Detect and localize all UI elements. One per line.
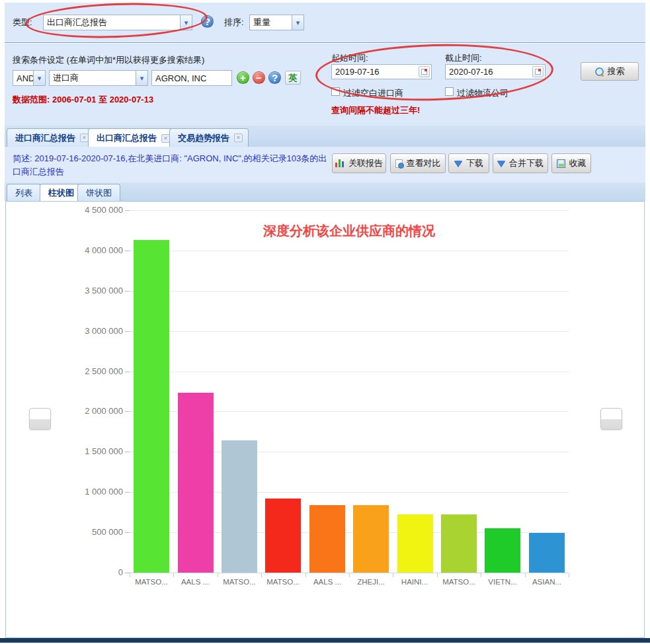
bar[interactable] (529, 533, 565, 573)
x-axis-label: ZHEJI... (349, 578, 393, 586)
y-axis-label: 2 500 000 (63, 366, 123, 376)
x-axis-label: AALS ... (305, 578, 349, 586)
scroll-right-button[interactable] (600, 408, 622, 430)
y-axis-label: 500 000 (63, 527, 123, 537)
x-axis-label: ASIAN... (525, 578, 569, 586)
x-axis-label: HAINI... (393, 578, 436, 586)
y-axis-tick (125, 532, 130, 533)
x-axis-label: VIETN... (481, 578, 524, 586)
app-window: 类型: 出口商汇总报告 ▾ ? 排序: 重量 ▾ 搜索条件设定 (在单词中加*用… (0, 0, 650, 644)
x-axis-tick (218, 573, 218, 577)
x-axis-tick (481, 573, 481, 577)
y-axis-tick (125, 372, 130, 372)
y-axis-tick (125, 251, 130, 251)
y-axis-label: 1 500 000 (63, 446, 123, 456)
y-axis-tick (125, 492, 130, 493)
gridline (130, 372, 569, 372)
x-axis-tick (261, 573, 262, 577)
bar[interactable] (309, 505, 345, 573)
x-axis-label: MATSO... (261, 578, 305, 586)
y-axis-tick (125, 331, 130, 332)
y-axis-label: 3 500 000 (63, 286, 123, 296)
y-axis-tick (125, 573, 130, 573)
bar[interactable] (134, 240, 169, 573)
y-axis-label: 4 500 000 (63, 205, 123, 215)
x-axis-tick (305, 573, 306, 577)
y-axis-label: 3 000 000 (63, 326, 123, 336)
x-axis-label: AALS ... (173, 578, 217, 586)
y-axis-label: 1 000 000 (63, 487, 123, 497)
bar[interactable] (441, 514, 477, 573)
y-axis-label: 2 000 000 (63, 406, 123, 416)
y-axis-tick (125, 291, 130, 292)
bar[interactable] (178, 393, 214, 573)
gridline (130, 210, 569, 211)
bar[interactable] (485, 528, 520, 573)
x-axis-tick (569, 573, 569, 577)
bar-chart: 0500 0001 000 0001 500 0002 000 0002 500… (0, 0, 650, 644)
x-axis-tick (437, 573, 438, 577)
window-bottom-border (0, 638, 650, 643)
gridline (130, 251, 569, 251)
gridline (130, 331, 569, 332)
x-axis-label: MATSO... (130, 578, 173, 586)
x-axis-tick (349, 573, 350, 577)
x-axis-label: MATSO... (437, 578, 481, 586)
x-axis-tick (173, 573, 174, 577)
y-axis-label: 4 000 000 (63, 245, 123, 255)
bar[interactable] (222, 440, 257, 573)
y-axis-tick (125, 411, 130, 412)
bar[interactable] (397, 514, 433, 573)
gridline (130, 291, 569, 292)
bar[interactable] (353, 505, 389, 573)
x-axis-label: MATSO... (218, 578, 261, 586)
y-axis-tick (125, 210, 130, 211)
y-axis-tick (125, 452, 130, 452)
x-axis-tick (525, 573, 526, 577)
bar[interactable] (265, 499, 301, 573)
y-axis-label: 0 (63, 567, 123, 577)
x-axis-tick (393, 573, 393, 577)
scroll-left-button[interactable] (29, 408, 51, 430)
x-axis-tick (130, 573, 130, 577)
